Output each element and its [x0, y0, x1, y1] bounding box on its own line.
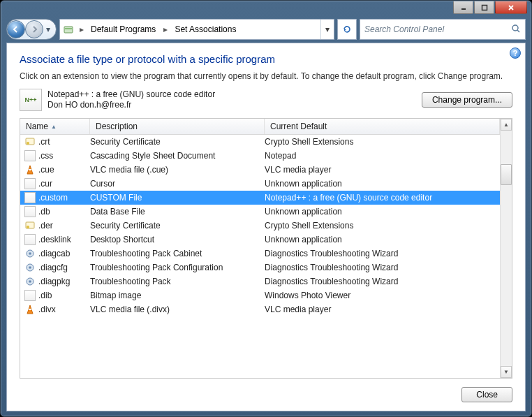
search-placeholder: Search Control Panel [364, 24, 444, 34]
table-row[interactable]: .derSecurity CertificateCrypto Shell Ext… [20, 219, 500, 233]
column-description[interactable]: Description [90, 119, 265, 134]
file-default: Windows Photo Viewer [265, 291, 500, 300]
scroll-up-button[interactable]: ▲ [501, 119, 512, 131]
svg-rect-4 [64, 27, 73, 33]
table-row[interactable]: .diagpkgTroubleshooting PackDiagnostics … [20, 275, 500, 288]
table-row[interactable]: .dbData Base FileUnknown application [20, 205, 500, 219]
file-description: Cursor [90, 179, 265, 189]
breadcrumb-item-0[interactable]: Default Programs [87, 20, 161, 39]
svg-point-9 [27, 142, 29, 145]
vertical-scrollbar[interactable]: ▲ ▼ [500, 119, 512, 378]
chevron-right-icon[interactable]: ▸ [77, 20, 87, 39]
vlc-icon [24, 304, 36, 315]
file-default: Notepad [265, 151, 500, 161]
file-extension: .dib [38, 291, 52, 300]
close-window-button[interactable] [495, 1, 527, 14]
table-row[interactable]: .desklinkDesktop ShortcutUnknown applica… [20, 233, 500, 247]
table-row[interactable]: .dibBitmap imageWindows Photo Viewer [20, 288, 500, 302]
refresh-button[interactable] [337, 19, 357, 40]
svg-line-7 [517, 30, 519, 32]
svg-point-15 [29, 252, 31, 255]
list-rows: .crtSecurity CertificateCrypto Shell Ext… [20, 135, 500, 316]
file-default: Unknown application [265, 235, 500, 244]
file-default: Diagnostics Troubleshooting Wizard [265, 263, 500, 272]
file-description: Bitmap image [90, 291, 265, 300]
table-row[interactable]: .diagcabTroubleshooting Pack CabinetDiag… [20, 247, 500, 261]
gear-icon [24, 262, 36, 273]
window-frame: ▾ ▸ Default Programs ▸ Set Associations … [0, 0, 532, 417]
column-default[interactable]: Current Default [265, 119, 500, 134]
file-extension: .divx [38, 305, 56, 314]
file-description: Troubleshooting Pack Configuration [90, 263, 265, 272]
file-extension: .desklink [38, 235, 71, 244]
navigation-bar: ▾ ▸ Default Programs ▸ Set Associations … [6, 19, 526, 40]
column-name[interactable]: Name ▲ [20, 119, 90, 134]
page-title: Associate a file type or protocol with a… [20, 53, 512, 65]
table-row[interactable]: .crtSecurity CertificateCrypto Shell Ext… [20, 135, 500, 149]
footer: Close [20, 387, 512, 402]
vlc-icon [24, 164, 36, 175]
help-icon[interactable]: ? [510, 47, 521, 59]
forward-button[interactable] [25, 20, 43, 38]
scroll-track[interactable] [501, 131, 512, 366]
file-extension: .custom [38, 193, 68, 203]
file-extension: .crt [38, 137, 50, 147]
table-row[interactable]: .cueVLC media file (.cue)VLC media playe… [20, 163, 500, 177]
file-extension: .cur [38, 179, 52, 189]
page-icon [24, 192, 36, 203]
file-extension: .css [38, 151, 53, 161]
search-input[interactable]: Search Control Panel [360, 19, 526, 40]
file-description: Cascading Style Sheet Document [90, 151, 265, 161]
file-default: VLC media player [265, 165, 500, 175]
file-description: CUSTOM File [90, 193, 265, 203]
back-button[interactable] [7, 20, 25, 38]
page-icon [24, 206, 36, 217]
svg-point-6 [512, 25, 518, 31]
file-default: Notepad++ : a free (GNU) source code edi… [265, 193, 500, 203]
change-program-button[interactable]: Change program... [422, 92, 512, 108]
associations-list: Name ▲ Description Current Default .crtS… [20, 118, 512, 379]
svg-point-19 [29, 280, 31, 283]
file-description: Data Base File [90, 207, 265, 217]
table-row[interactable]: .cssCascading Style Sheet DocumentNotepa… [20, 149, 500, 163]
breadcrumb-item-1[interactable]: Set Associations [170, 20, 241, 39]
table-row[interactable]: .divxVLC media file (.divx)VLC media pla… [20, 302, 500, 316]
table-row[interactable]: .curCursorUnknown application [20, 177, 500, 191]
content-pane: ? Associate a file type or protocol with… [6, 43, 526, 411]
history-dropdown[interactable]: ▾ [43, 24, 53, 34]
svg-point-13 [27, 226, 29, 228]
chevron-right-icon[interactable]: ▸ [161, 20, 170, 39]
file-description: Troubleshooting Pack [90, 277, 265, 286]
scroll-thumb[interactable] [501, 164, 512, 185]
notepad-plus-plus-icon: N++ [20, 89, 42, 111]
page-icon [24, 234, 36, 245]
svg-rect-5 [65, 28, 72, 29]
file-description: Troubleshooting Pack Cabinet [90, 249, 265, 258]
table-row[interactable]: .diagcfgTroubleshooting Pack Configurati… [20, 261, 500, 275]
file-description: Desktop Shortcut [90, 235, 265, 244]
file-extension: .cue [38, 165, 54, 175]
sort-ascending-icon: ▲ [51, 124, 57, 130]
file-description: Security Certificate [90, 221, 265, 231]
file-extension: .db [38, 207, 50, 217]
file-extension: .diagcfg [38, 263, 68, 272]
file-description: Security Certificate [90, 137, 265, 147]
selected-program-publisher: Don HO don.h@free.fr [47, 100, 215, 111]
page-icon [24, 178, 36, 189]
breadcrumb-dropdown[interactable]: ▾ [320, 20, 334, 39]
svg-rect-21 [29, 309, 31, 310]
file-description: VLC media file (.divx) [90, 305, 265, 314]
svg-rect-11 [29, 169, 31, 170]
maximize-button[interactable] [474, 1, 494, 14]
file-default: Diagnostics Troubleshooting Wizard [265, 249, 500, 258]
scroll-down-button[interactable]: ▼ [501, 366, 512, 378]
close-button[interactable]: Close [461, 387, 512, 402]
file-extension: .diagpkg [38, 277, 70, 286]
file-description: VLC media file (.cue) [90, 165, 265, 175]
file-extension: .der [38, 221, 53, 231]
breadcrumb: ▸ Default Programs ▸ Set Associations ▾ [59, 19, 334, 40]
minimize-button[interactable] [453, 1, 473, 14]
breadcrumb-root-icon[interactable] [60, 20, 77, 39]
file-default: Unknown application [265, 207, 500, 217]
table-row[interactable]: .customCUSTOM FileNotepad++ : a free (GN… [20, 191, 500, 205]
